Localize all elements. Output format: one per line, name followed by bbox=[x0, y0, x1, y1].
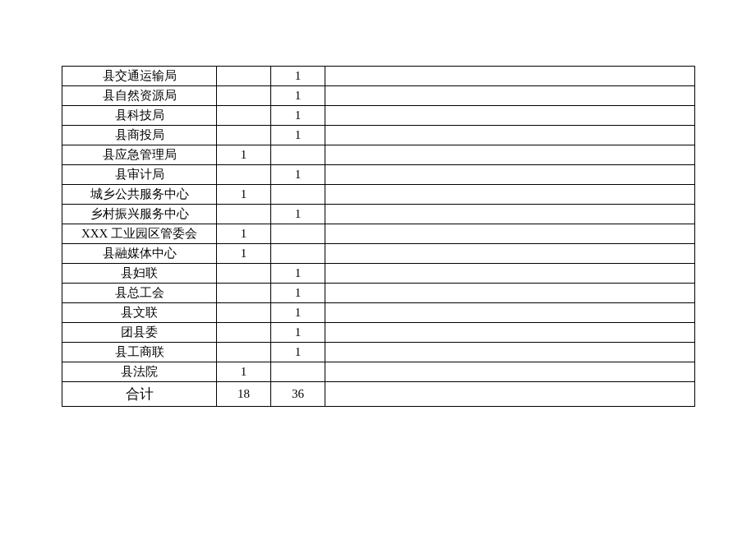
cell-col3: 1 bbox=[271, 303, 325, 323]
cell-col2 bbox=[217, 106, 271, 126]
cell-name: 县交通运输局 bbox=[62, 67, 217, 86]
cell-col4 bbox=[325, 303, 695, 323]
cell-total-col4 bbox=[325, 382, 695, 407]
cell-name: 县融媒体中心 bbox=[62, 244, 217, 264]
cell-col2 bbox=[217, 165, 271, 185]
data-table: 县交通运输局 1 县自然资源局 1 县科技局 1 县商投局 1 bbox=[62, 66, 695, 407]
table-row: 县科技局 1 bbox=[62, 106, 695, 126]
cell-col4 bbox=[325, 284, 695, 303]
table-row: 县总工会 1 bbox=[62, 284, 695, 303]
cell-col2 bbox=[217, 126, 271, 145]
cell-col4 bbox=[325, 145, 695, 165]
cell-col2 bbox=[217, 323, 271, 343]
cell-col4 bbox=[325, 185, 695, 205]
cell-name: 县审计局 bbox=[62, 165, 217, 185]
cell-col3 bbox=[271, 185, 325, 205]
cell-col4 bbox=[325, 165, 695, 185]
table-row: XXX 工业园区管委会 1 bbox=[62, 224, 695, 244]
cell-col3 bbox=[271, 362, 325, 382]
cell-col2: 1 bbox=[217, 244, 271, 264]
cell-col4 bbox=[325, 86, 695, 106]
cell-col3: 1 bbox=[271, 343, 325, 362]
table-row: 城乡公共服务中心 1 bbox=[62, 185, 695, 205]
cell-col3: 1 bbox=[271, 205, 325, 224]
cell-col2 bbox=[217, 67, 271, 86]
cell-total-col2: 18 bbox=[217, 382, 271, 407]
cell-col3: 1 bbox=[271, 126, 325, 145]
cell-col2 bbox=[217, 284, 271, 303]
table-row: 县自然资源局 1 bbox=[62, 86, 695, 106]
cell-col4 bbox=[325, 244, 695, 264]
cell-name: 县文联 bbox=[62, 303, 217, 323]
cell-col2: 1 bbox=[217, 224, 271, 244]
cell-name: 县科技局 bbox=[62, 106, 217, 126]
cell-col2 bbox=[217, 205, 271, 224]
cell-name: XXX 工业园区管委会 bbox=[62, 224, 217, 244]
cell-col3: 1 bbox=[271, 86, 325, 106]
cell-col3: 1 bbox=[271, 323, 325, 343]
cell-col3: 1 bbox=[271, 106, 325, 126]
cell-col4 bbox=[325, 323, 695, 343]
table-row: 县审计局 1 bbox=[62, 165, 695, 185]
cell-name: 县应急管理局 bbox=[62, 145, 217, 165]
cell-total-col3: 36 bbox=[271, 382, 325, 407]
cell-col4 bbox=[325, 126, 695, 145]
cell-col2 bbox=[217, 303, 271, 323]
cell-col2: 1 bbox=[217, 145, 271, 165]
cell-col2 bbox=[217, 86, 271, 106]
cell-name: 县总工会 bbox=[62, 284, 217, 303]
cell-col3: 1 bbox=[271, 165, 325, 185]
cell-name: 团县委 bbox=[62, 323, 217, 343]
table-row: 县工商联 1 bbox=[62, 343, 695, 362]
table-container: 县交通运输局 1 县自然资源局 1 县科技局 1 县商投局 1 bbox=[62, 66, 694, 407]
table-row: 县融媒体中心 1 bbox=[62, 244, 695, 264]
table-row: 县交通运输局 1 bbox=[62, 67, 695, 86]
cell-col3: 1 bbox=[271, 284, 325, 303]
table-row: 县应急管理局 1 bbox=[62, 145, 695, 165]
table-body: 县交通运输局 1 县自然资源局 1 县科技局 1 县商投局 1 bbox=[62, 67, 695, 407]
cell-name: 乡村振兴服务中心 bbox=[62, 205, 217, 224]
cell-col4 bbox=[325, 67, 695, 86]
cell-col4 bbox=[325, 264, 695, 284]
cell-col4 bbox=[325, 106, 695, 126]
table-row: 县妇联 1 bbox=[62, 264, 695, 284]
cell-name: 城乡公共服务中心 bbox=[62, 185, 217, 205]
cell-col2 bbox=[217, 264, 271, 284]
cell-col4 bbox=[325, 205, 695, 224]
cell-name: 县妇联 bbox=[62, 264, 217, 284]
cell-name: 县法院 bbox=[62, 362, 217, 382]
cell-col2 bbox=[217, 343, 271, 362]
cell-col4 bbox=[325, 362, 695, 382]
cell-total-label: 合计 bbox=[62, 382, 217, 407]
table-row: 团县委 1 bbox=[62, 323, 695, 343]
cell-col3 bbox=[271, 224, 325, 244]
table-row: 县法院 1 bbox=[62, 362, 695, 382]
cell-col3 bbox=[271, 244, 325, 264]
table-row: 县商投局 1 bbox=[62, 126, 695, 145]
cell-col3: 1 bbox=[271, 264, 325, 284]
cell-col2: 1 bbox=[217, 185, 271, 205]
table-row: 乡村振兴服务中心 1 bbox=[62, 205, 695, 224]
cell-name: 县商投局 bbox=[62, 126, 217, 145]
cell-col3: 1 bbox=[271, 67, 325, 86]
cell-col2: 1 bbox=[217, 362, 271, 382]
cell-name: 县自然资源局 bbox=[62, 86, 217, 106]
cell-col3 bbox=[271, 145, 325, 165]
table-total-row: 合计 18 36 bbox=[62, 382, 695, 407]
table-row: 县文联 1 bbox=[62, 303, 695, 323]
cell-name: 县工商联 bbox=[62, 343, 217, 362]
cell-col4 bbox=[325, 224, 695, 244]
cell-col4 bbox=[325, 343, 695, 362]
